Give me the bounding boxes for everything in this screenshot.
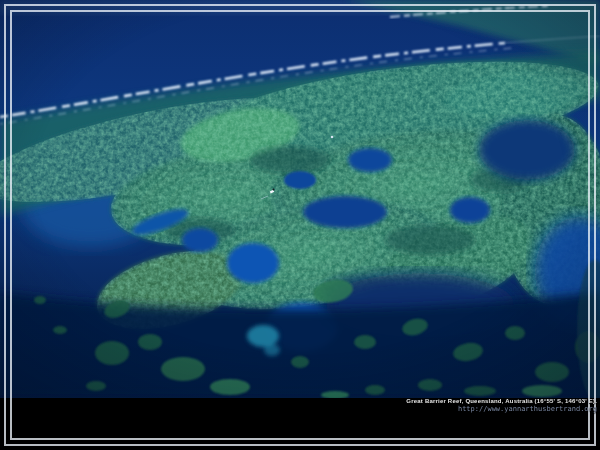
vignette <box>0 0 600 398</box>
reef-aerial-photo <box>0 0 600 398</box>
reef-photo-scene <box>0 0 600 398</box>
caption-url: http://www.yannarthusbertrand.org <box>406 405 597 413</box>
caption-location-text: Great Barrier Reef, Queensland, Australi… <box>406 397 597 405</box>
photo-caption: Great Barrier Reef, Queensland, Australi… <box>406 397 597 413</box>
desktop-wallpaper: Great Barrier Reef, Queensland, Australi… <box>0 0 600 450</box>
